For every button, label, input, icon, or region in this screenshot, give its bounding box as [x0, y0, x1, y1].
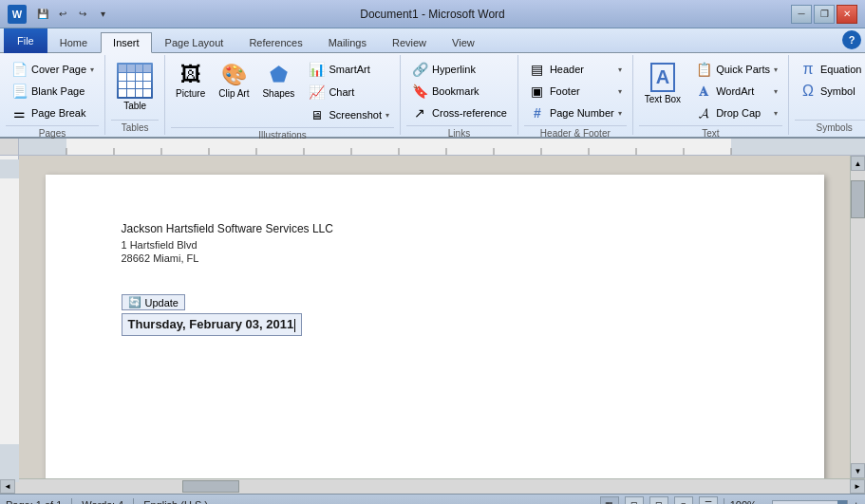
smartart-label: SmartArt — [329, 64, 369, 75]
vertical-scrollbar: ▲ ▼ — [850, 156, 865, 478]
links-group-content: 🔗 Hyperlink 🔖 Bookmark ↗ Cross-reference — [406, 57, 512, 125]
page-break-button[interactable]: ⚌ Page Break — [6, 103, 99, 123]
zoom-thumb[interactable] — [837, 500, 847, 505]
ribbon: 📄 Cover Page ▾ 📃 Blank Page ⚌ Page Break… — [0, 53, 865, 139]
blank-page-button[interactable]: 📃 Blank Page — [6, 81, 99, 102]
pages-group-content: 📄 Cover Page ▾ 📃 Blank Page ⚌ Page Break — [6, 57, 99, 125]
word-art-label: WordArt — [716, 85, 754, 97]
symbol-icon: Ω — [799, 83, 817, 100]
footer-button[interactable]: ▣ Footer ▾ — [524, 81, 627, 102]
update-button[interactable]: 🔄 Update — [122, 294, 185, 310]
page-number-icon: # — [529, 105, 546, 121]
pages-group-label: Pages — [6, 125, 99, 139]
date-field[interactable]: Thursday, February 03, 2011 — [122, 313, 303, 336]
tab-references[interactable]: References — [236, 31, 314, 52]
zoom-out-button[interactable]: - — [762, 499, 766, 505]
equation-button[interactable]: π Equation ▾ — [795, 59, 865, 80]
text-box-label: Text Box — [645, 94, 681, 104]
view-web-layout[interactable]: ⊟ — [649, 496, 668, 505]
header-button[interactable]: ▤ Header ▾ — [524, 59, 627, 80]
picture-icon: 🖼 — [180, 63, 201, 87]
h-scroll-right[interactable]: ► — [850, 479, 865, 494]
screenshot-icon: 🖥 — [308, 108, 325, 122]
clipart-icon: 🎨 — [221, 63, 247, 87]
qa-dropdown[interactable]: ▾ — [94, 6, 111, 23]
scroll-up-button[interactable]: ▲ — [851, 156, 865, 171]
h-scroll-thumb[interactable] — [182, 480, 239, 493]
tab-page-layout[interactable]: Page Layout — [153, 31, 236, 52]
clipart-label: Clip Art — [218, 88, 249, 99]
clipart-button[interactable]: 🎨 Clip Art — [214, 59, 254, 103]
picture-button[interactable]: 🖼 Picture — [171, 59, 210, 103]
text-box-button[interactable]: A Text Box — [639, 59, 686, 108]
header-label: Header — [550, 64, 584, 75]
date-field-container: 🔄 Update Thursday, February 03, 2011 — [122, 313, 303, 336]
shapes-label: Shapes — [262, 88, 294, 99]
scroll-down-button[interactable]: ▼ — [851, 463, 865, 478]
qa-save[interactable]: 💾 — [34, 6, 51, 23]
tab-file[interactable]: File — [4, 28, 47, 53]
header-footer-group-label: Header & Footer — [524, 125, 627, 139]
cover-page-icon: 📄 — [10, 62, 28, 77]
status-separator-2 — [133, 498, 134, 505]
page-number-button[interactable]: # Page Number ▾ — [524, 103, 627, 123]
shapes-button[interactable]: ⬟ Shapes — [257, 59, 299, 103]
smartart-icon: 📊 — [308, 62, 325, 77]
chart-button[interactable]: 📈 Chart — [303, 82, 394, 103]
text-group-label: Text — [639, 125, 782, 139]
restore-button[interactable]: ❐ — [814, 5, 835, 24]
bookmark-button[interactable]: 🔖 Bookmark — [406, 81, 512, 102]
status-right: ▦ ⊡ ⊟ ≡ ☰ 100% - + — [600, 496, 859, 505]
company-name: Jackson Hartsfield Software Services LLC — [122, 222, 748, 235]
window-controls: ─ ❐ ✕ — [791, 5, 857, 24]
h-scroll-track[interactable] — [15, 479, 850, 494]
table-button[interactable]: Table — [111, 59, 159, 115]
document-scroll-area[interactable]: Jackson Hartsfield Software Services LLC… — [19, 156, 850, 478]
qa-undo[interactable]: ↩ — [54, 6, 71, 23]
tab-review[interactable]: Review — [380, 31, 439, 52]
cross-reference-button[interactable]: ↗ Cross-reference — [406, 103, 512, 123]
tab-mailings[interactable]: Mailings — [316, 31, 379, 52]
scroll-track[interactable] — [851, 171, 865, 463]
zoom-slider[interactable] — [772, 500, 848, 505]
tab-insert[interactable]: Insert — [101, 32, 152, 53]
view-full-screen[interactable]: ⊡ — [625, 496, 644, 505]
hyperlink-button[interactable]: 🔗 Hyperlink — [406, 59, 512, 80]
quick-parts-button[interactable]: 📋 Quick Parts ▾ — [690, 59, 782, 80]
tab-home[interactable]: Home — [47, 31, 100, 52]
tab-view[interactable]: View — [440, 31, 487, 52]
drop-cap-button[interactable]: 𝓐 Drop Cap ▾ — [690, 103, 782, 123]
close-button[interactable]: ✕ — [837, 5, 857, 24]
scroll-thumb[interactable] — [851, 180, 865, 218]
cover-page-button[interactable]: 📄 Cover Page ▾ — [6, 59, 99, 80]
status-separator-3 — [724, 498, 724, 505]
symbol-button[interactable]: Ω Symbol ▾ — [795, 81, 865, 102]
svg-rect-19 — [0, 159, 19, 178]
view-print-layout[interactable]: ▦ — [600, 496, 619, 505]
title-bar-left: W 💾 ↩ ↪ ▾ — [8, 5, 111, 24]
zoom-level: 100% — [730, 499, 757, 505]
document-page: Jackson Hartsfield Software Services LLC… — [46, 175, 824, 478]
view-draft[interactable]: ☰ — [699, 496, 718, 505]
svg-rect-1 — [19, 139, 66, 155]
page-break-icon: ⚌ — [10, 105, 28, 121]
zoom-in-button[interactable]: + — [854, 499, 859, 505]
text-group-content: A Text Box 📋 Quick Parts ▾ 𝐀 WordArt ▾ 𝓐… — [639, 57, 782, 125]
screenshot-button[interactable]: 🖥 Screenshot ▾ — [303, 104, 394, 125]
minimize-button[interactable]: ─ — [791, 5, 812, 24]
ribbon-group-text: A Text Box 📋 Quick Parts ▾ 𝐀 WordArt ▾ 𝓐… — [633, 55, 789, 135]
illustrations-right: 📊 SmartArt 📈 Chart 🖥 Screenshot ▾ — [303, 59, 394, 125]
help-button[interactable]: ? — [842, 30, 861, 49]
view-outline[interactable]: ≡ — [674, 496, 693, 505]
h-scroll-left[interactable]: ◄ — [0, 479, 15, 494]
smartart-button[interactable]: 📊 SmartArt — [303, 59, 394, 80]
horizontal-scrollbar: ◄ ► — [0, 478, 865, 494]
pages-buttons: 📄 Cover Page ▾ 📃 Blank Page ⚌ Page Break — [6, 59, 99, 123]
cross-reference-icon: ↗ — [411, 105, 428, 121]
page-number-label: Page Number — [550, 107, 614, 119]
page-break-label: Page Break — [31, 107, 85, 119]
symbols-buttons: π Equation ▾ Ω Symbol ▾ — [795, 59, 865, 102]
qa-redo[interactable]: ↪ — [74, 6, 91, 23]
word-art-button[interactable]: 𝐀 WordArt ▾ — [690, 81, 782, 102]
horizontal-ruler — [19, 139, 865, 155]
